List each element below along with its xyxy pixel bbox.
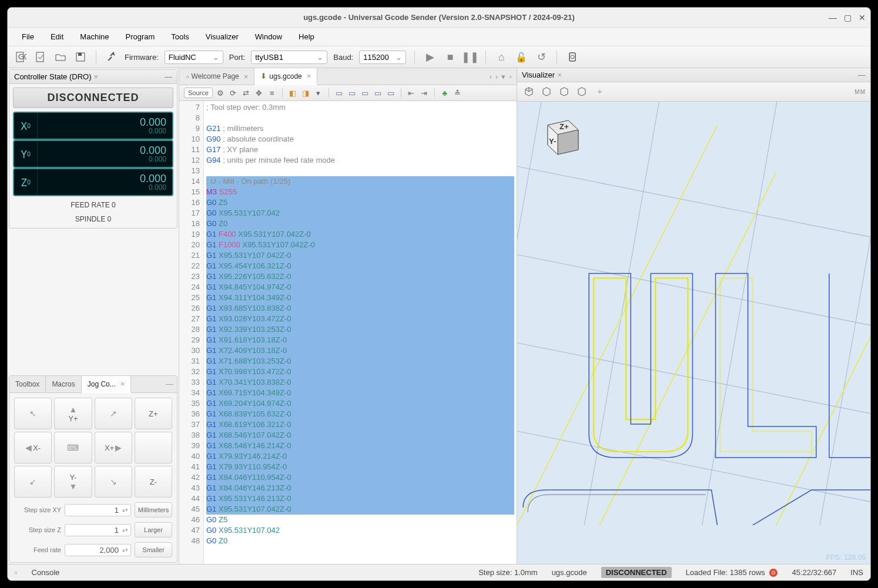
jog-Z+-button[interactable]: Z+	[135, 398, 172, 429]
menu-window[interactable]: Window	[248, 30, 289, 43]
toolbox-tab-0[interactable]: Toolbox	[9, 376, 46, 392]
units-button[interactable]: Millimeters	[135, 502, 172, 518]
tab-next-icon[interactable]: ›	[495, 72, 498, 81]
select3-icon[interactable]: ▭	[360, 88, 370, 98]
step-z-input[interactable]: 1 ▴▾	[65, 524, 131, 536]
save-file-icon[interactable]	[33, 50, 48, 64]
dro-x-axis[interactable]: X00.0000.000	[13, 112, 173, 140]
jog-Z--button[interactable]: Z-	[135, 466, 172, 498]
maximize-button[interactable]: ▢	[844, 13, 852, 22]
larger-button[interactable]: Larger	[135, 522, 172, 537]
jog-diag10-button[interactable]: ↘	[95, 466, 132, 498]
tab-prev-icon[interactable]: ‹	[490, 72, 492, 81]
separator	[434, 88, 435, 98]
open-folder-icon[interactable]	[53, 50, 68, 64]
rotate-icon[interactable]: ⟳	[228, 88, 239, 98]
gear-icon[interactable]: ⚙	[215, 88, 226, 98]
visualizer-canvas[interactable]: Z+ Y- FPS: 120.05	[517, 102, 870, 564]
connect-icon[interactable]	[105, 50, 119, 64]
close-icon[interactable]: ×	[307, 72, 311, 80]
step-xy-input[interactable]: 1 ▴▾	[65, 504, 131, 516]
separator	[329, 88, 329, 98]
menu-tools[interactable]: Tools	[164, 30, 196, 43]
feed-rate-input[interactable]: 2,000 ▴▾	[65, 544, 131, 556]
view-top-icon[interactable]	[575, 85, 589, 99]
close-button[interactable]: ✕	[859, 13, 866, 22]
editor-tab-ugs.gcode[interactable]: ⬇ ugs.gcode×	[254, 68, 317, 85]
move-icon[interactable]: ✥	[254, 88, 264, 98]
home-icon[interactable]: ⌂	[494, 50, 508, 64]
minimize-icon[interactable]: —	[165, 72, 172, 81]
pendant-icon[interactable]	[565, 50, 579, 64]
close-icon[interactable]: ×	[244, 72, 249, 81]
outdent-icon[interactable]: ⇥	[419, 88, 430, 98]
source-button[interactable]: Source	[184, 88, 213, 98]
tree-icon[interactable]: ♣	[440, 88, 450, 98]
view-fit-icon[interactable]: ✦	[592, 85, 606, 99]
jog-Y--button[interactable]: Y-▼	[54, 466, 92, 498]
select5-icon[interactable]: ▭	[386, 88, 396, 98]
minimize-icon[interactable]: —	[858, 70, 866, 79]
editor-tab-welcome-page[interactable]: ▫ Welcome Page×	[180, 68, 254, 85]
jog-diag5-button[interactable]: ⌨	[54, 432, 92, 463]
baud-select[interactable]: 115200⌄	[359, 51, 406, 64]
align-icon[interactable]: ≡	[267, 88, 277, 98]
console-label[interactable]: Console	[32, 568, 60, 577]
jog-diag0-button[interactable]: ↖	[14, 398, 52, 429]
jog-Y+-button[interactable]: ▲Y+	[54, 398, 92, 429]
tab-maximize-icon[interactable]: ▫	[509, 72, 512, 81]
pause-button[interactable]: ❚❚	[463, 50, 477, 64]
minimize-button[interactable]: —	[829, 13, 837, 22]
close-icon[interactable]: ×	[93, 72, 98, 81]
reset-icon[interactable]: ↺	[534, 50, 548, 64]
menu-help[interactable]: Help	[291, 30, 321, 43]
tool1-icon[interactable]: ◧	[287, 88, 298, 98]
jog-diag2-button[interactable]: ↗	[95, 398, 132, 429]
select1-icon[interactable]: ▭	[334, 88, 344, 98]
tab-dropdown-icon[interactable]: ▾	[501, 72, 505, 81]
left-sidebar: Controller State (DRO) × — DISCONNECTED …	[8, 68, 179, 564]
mirror-icon[interactable]: ⇄	[241, 88, 252, 98]
feed-rate-display: FEED RATE 0	[13, 200, 173, 210]
firmware-select[interactable]: FluidNC⌄	[165, 51, 223, 64]
dro-z-axis[interactable]: Z00.0000.000	[13, 168, 173, 196]
menu-program[interactable]: Program	[119, 30, 162, 43]
menu-file[interactable]: File	[15, 30, 41, 43]
menu-visualizer[interactable]: Visualizer	[199, 30, 246, 43]
view-front-icon[interactable]	[539, 85, 554, 99]
orientation-gizmo[interactable]: Z+ Y-	[536, 113, 583, 160]
jog-X+-button[interactable]: X+ ▶	[95, 432, 132, 463]
tool3-icon[interactable]: ▾	[313, 88, 324, 98]
close-icon[interactable]: ×	[557, 70, 562, 79]
save-icon[interactable]	[73, 50, 88, 64]
expand-icon[interactable]: ▫	[15, 568, 18, 577]
smaller-button[interactable]: Smaller	[135, 542, 172, 557]
minimize-icon[interactable]: —	[162, 376, 177, 392]
code-editor[interactable]: 7891011121314151617181920212223242526272…	[179, 101, 517, 564]
window-title: ugs.gcode - Universal Gcode Sender (Vers…	[303, 13, 575, 22]
select2-icon[interactable]: ▭	[347, 88, 357, 98]
dro-y-axis[interactable]: Y00.0000.000	[13, 140, 173, 168]
unlock-icon[interactable]: 🔓	[514, 50, 528, 64]
jog-diag7-button[interactable]	[135, 432, 172, 463]
new-file-icon[interactable]: G0	[14, 50, 28, 64]
dro-panel-header: Controller State (DRO) × —	[9, 70, 177, 84]
indent-icon[interactable]: ⇤	[406, 88, 417, 98]
view-iso-icon[interactable]	[522, 85, 536, 99]
close-icon[interactable]: ×	[120, 379, 125, 388]
jog-X--button[interactable]: ◀ X-	[14, 432, 52, 463]
menu-edit[interactable]: Edit	[43, 30, 71, 43]
view-side-icon[interactable]	[557, 85, 571, 99]
toolbox-tab-1[interactable]: Macros	[46, 376, 81, 392]
play-button[interactable]: ▶	[423, 50, 437, 64]
stop-button[interactable]: ■	[443, 50, 457, 64]
jog-diag8-button[interactable]: ↙	[14, 466, 52, 498]
sort-icon[interactable]: ≛	[453, 88, 463, 98]
step-xy-label: Step size XY	[14, 506, 61, 513]
tool2-icon[interactable]: ◨	[300, 88, 311, 98]
code-content[interactable]: ; Tool step over: 0.3mmG21 ; millimeters…	[204, 101, 517, 564]
toolbox-tab-2[interactable]: Jog Co...×	[82, 376, 132, 393]
port-select[interactable]: ttyUSB1⌄	[251, 51, 327, 64]
select4-icon[interactable]: ▭	[373, 88, 383, 98]
menu-machine[interactable]: Machine	[73, 30, 116, 43]
